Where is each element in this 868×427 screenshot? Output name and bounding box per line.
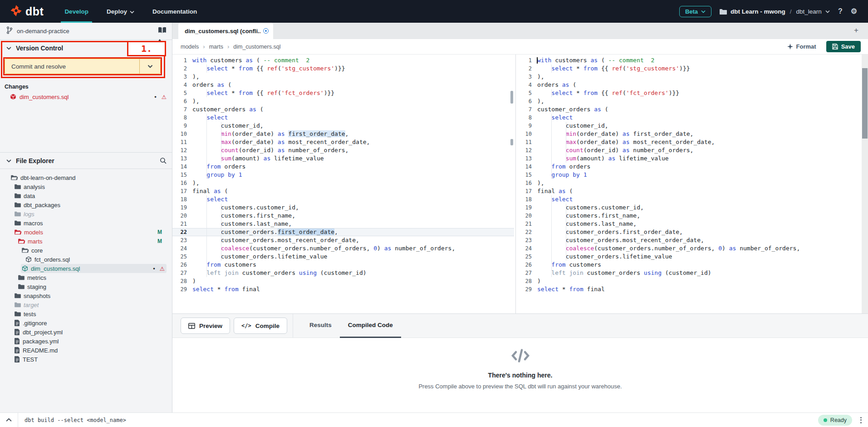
code-line-22[interactable]: 22 customer_orders.first_order_date,: [172, 228, 514, 236]
code-line-21[interactable]: 21 customers.last_name,: [172, 220, 514, 228]
code-line-6[interactable]: 6),: [172, 97, 514, 105]
file-tree-item-dbt-packages[interactable]: dbt_packages: [0, 200, 172, 209]
code-line-15[interactable]: 15 group by 1: [172, 171, 514, 179]
format-button[interactable]: Format: [787, 43, 816, 50]
code-line-24[interactable]: 24 coalesce(customer_orders.number_of_or…: [517, 244, 862, 253]
code-line-17[interactable]: 17final as (: [172, 187, 514, 195]
code-line-2[interactable]: 2 select * from {{ ref('stg_customers')}…: [517, 65, 862, 73]
changed-file-dim-customers-sql[interactable]: dim_customers.sql•⚠: [0, 92, 172, 102]
file-tree-item-macros[interactable]: macros: [0, 218, 172, 228]
branch-row[interactable]: on-demand-practice: [0, 23, 172, 40]
settings-gear-icon[interactable]: ⚙: [851, 8, 857, 15]
code-line-2[interactable]: 2 select * from {{ ref('stg_customers')}…: [172, 65, 514, 73]
file-tree-item-logs[interactable]: logs: [0, 209, 172, 218]
file-tree-item-target[interactable]: target: [0, 300, 172, 309]
code-line-13[interactable]: 13 sum(amount) as lifetime_value: [172, 154, 514, 163]
code-line-20[interactable]: 20 customers.first_name,: [172, 212, 514, 220]
unsaved-conflict-icon[interactable]: [263, 28, 269, 34]
file-tree-item-dbt-project-yml[interactable]: dbt_project.yml: [0, 328, 172, 337]
file-tree-item-metrics[interactable]: metrics: [0, 273, 172, 282]
code-line-23[interactable]: 23 customer_orders.most_recent_order_dat…: [517, 236, 862, 244]
code-line-16[interactable]: 16),: [172, 179, 514, 187]
code-line-29[interactable]: 29select * from final: [172, 285, 514, 293]
tab-results[interactable]: Results: [301, 313, 340, 338]
editor-pane-left[interactable]: 1with customers as ( -- comment 22 selec…: [172, 55, 514, 313]
tab-dim-customers[interactable]: dim_customers.sql (confli...: [178, 23, 273, 39]
file-tree-item-gitignore[interactable]: .gitignore: [0, 318, 172, 328]
code-line-6[interactable]: 6),: [517, 97, 862, 105]
command-input[interactable]: dbt build --select <model_name>: [25, 417, 126, 423]
commit-and-resolve-button[interactable]: Commit and resolve: [5, 59, 161, 74]
code-line-10[interactable]: 10 min(order_date) as first_order_date,: [517, 130, 862, 138]
code-line-19[interactable]: 19 customers.customer_id,: [172, 204, 514, 212]
code-line-19[interactable]: 19 customers.customer_id,: [517, 204, 862, 212]
code-line-17[interactable]: 17final as (: [517, 187, 862, 195]
code-line-4[interactable]: 4orders as (: [517, 81, 862, 89]
code-line-23[interactable]: 23 customer_orders.most_recent_order_dat…: [172, 236, 514, 244]
code-line-28[interactable]: 28): [517, 277, 862, 285]
file-explorer-header[interactable]: File Explorer: [0, 152, 172, 169]
beta-dropdown[interactable]: Beta: [679, 6, 711, 17]
commit-options-dropdown[interactable]: [139, 59, 160, 74]
file-tree-item-tests[interactable]: tests: [0, 309, 172, 318]
code-line-22[interactable]: 22 customer_orders.first_order_date,: [517, 228, 862, 236]
code-line-15[interactable]: 15 group by 1: [517, 171, 862, 179]
file-tree-item-analysis[interactable]: analysis: [0, 182, 172, 191]
code-line-11[interactable]: 11 max(order_date) as most_recent_order_…: [517, 138, 862, 146]
file-tree-item-readme-md[interactable]: README.md: [0, 346, 172, 355]
code-line-28[interactable]: 28): [172, 277, 514, 285]
code-line-25[interactable]: 25 customer_orders.lifetime_value: [172, 253, 514, 261]
code-line-3[interactable]: 3),: [172, 73, 514, 81]
code-line-5[interactable]: 5 select * from {{ ref('fct_orders')}}: [172, 89, 514, 97]
breadcrumb-item-models[interactable]: models: [181, 44, 199, 50]
compile-button[interactable]: </> Compile: [234, 318, 287, 334]
code-line-3[interactable]: 3),: [517, 73, 862, 81]
code-line-10[interactable]: 10 min(order_date) as first_order_date,: [172, 130, 514, 138]
code-line-4[interactable]: 4orders as (: [172, 81, 514, 89]
nav-item-deploy[interactable]: Deploy: [98, 0, 143, 23]
file-tree-item-models[interactable]: modelsM: [0, 228, 172, 237]
file-tree-item-packages-yml[interactable]: packages.yml: [0, 337, 172, 346]
code-line-26[interactable]: 26 from customers: [517, 261, 862, 269]
code-line-21[interactable]: 21 customers.last_name,: [517, 220, 862, 228]
file-tree-item-dim-customers-sql[interactable]: dim_customers.sql•⚠: [0, 264, 172, 273]
file-tree-item-core[interactable]: core: [0, 246, 172, 255]
code-line-20[interactable]: 20 customers.first_name,: [517, 212, 862, 220]
code-line-16[interactable]: 16),: [517, 179, 862, 187]
docs-book-icon[interactable]: [158, 27, 167, 35]
code-line-9[interactable]: 9 customer_id,: [172, 122, 514, 130]
file-tree-item-staging[interactable]: staging: [0, 282, 172, 291]
code-line-18[interactable]: 18 select: [517, 195, 862, 204]
editor-scrollbar[interactable]: [862, 55, 868, 313]
code-line-7[interactable]: 7customer_orders as (: [517, 105, 862, 114]
new-tab-button[interactable]: +: [854, 26, 858, 35]
breadcrumb-item-marts[interactable]: marts: [209, 44, 223, 50]
tab-compiled-code[interactable]: Compiled Code: [340, 313, 401, 338]
file-tree-item-fct-orders-sql[interactable]: fct_orders.sql: [0, 255, 172, 264]
code-line-14[interactable]: 14 from orders: [517, 163, 862, 171]
dbt-logo[interactable]: dbt: [0, 5, 55, 19]
code-line-29[interactable]: 29select * from final: [517, 285, 862, 293]
code-line-7[interactable]: 7customer_orders as (: [172, 105, 514, 114]
nav-item-develop[interactable]: Develop: [55, 0, 98, 23]
code-line-9[interactable]: 9 customer_id,: [517, 122, 862, 130]
expand-command-bar-icon[interactable]: [0, 418, 18, 422]
code-line-26[interactable]: 26 from customers: [172, 261, 514, 269]
project-selector[interactable]: dbt Learn - mwong / dbt_learn: [720, 8, 830, 15]
help-icon[interactable]: ?: [838, 8, 843, 15]
code-line-27[interactable]: 27 left join customer_orders using (cust…: [517, 269, 862, 277]
file-tree-item-snapshots[interactable]: snapshots: [0, 291, 172, 300]
file-tree-item-test[interactable]: TEST: [0, 355, 172, 364]
save-button[interactable]: Save: [826, 41, 861, 52]
preview-button[interactable]: Preview: [181, 318, 230, 334]
file-tree-item-marts[interactable]: martsM: [0, 237, 172, 246]
scrollbar-thumb[interactable]: [862, 68, 868, 139]
code-line-25[interactable]: 25 customer_orders.lifetime_value: [517, 253, 862, 261]
code-line-27[interactable]: 27 left join customer_orders using (cust…: [172, 269, 514, 277]
file-tree-item-dbt-learn-on-demand[interactable]: dbt-learn-on-demand: [0, 173, 172, 182]
code-line-18[interactable]: 18 select: [172, 195, 514, 204]
code-line-5[interactable]: 5 select * from {{ ref('fct_orders')}}: [517, 89, 862, 97]
code-line-13[interactable]: 13 sum(amount) as lifetime_value: [517, 154, 862, 163]
code-line-14[interactable]: 14 from orders: [172, 163, 514, 171]
code-line-12[interactable]: 12 count(order_id) as number_of_orders,: [517, 146, 862, 154]
